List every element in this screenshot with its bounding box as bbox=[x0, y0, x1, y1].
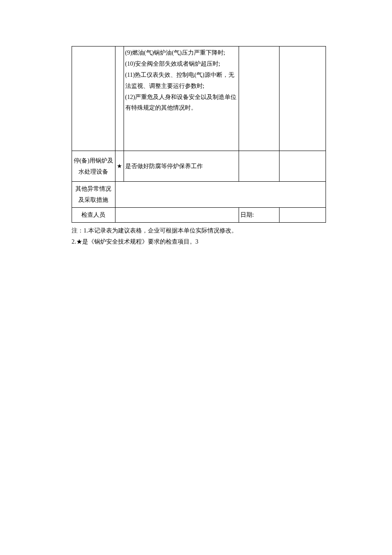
row4-inspector-label: 检查人员 bbox=[72, 207, 115, 222]
row2-col4 bbox=[239, 151, 280, 182]
row4-date-blank bbox=[279, 207, 326, 222]
row4-inspector-blank bbox=[115, 207, 239, 222]
row1-col5 bbox=[279, 46, 326, 151]
table-row: 停(备)用锅炉及水处理设备 ★ 是否做好防腐等停炉保养工作 bbox=[72, 151, 326, 182]
row2-col1: 停(备)用锅炉及水处理设备 bbox=[72, 151, 115, 182]
inspection-table: (9)燃油(气)锅炉油(气)压力严重下降时; (10)安全阀全部失效或者锅炉超压… bbox=[72, 46, 326, 223]
row2-col3: 是否做好防腐等停炉保养工作 bbox=[124, 151, 239, 182]
document-page: (9)燃油(气)锅炉油(气)压力严重下降时; (10)安全阀全部失效或者锅炉超压… bbox=[0, 0, 392, 248]
row1-col4 bbox=[239, 46, 280, 151]
row3-rest bbox=[115, 182, 326, 208]
table-row: 检查人员 日期: bbox=[72, 207, 326, 222]
row1-col2 bbox=[115, 46, 124, 151]
table-row: 其他异常情况及采取措施 bbox=[72, 182, 326, 208]
footer-notes: 注：1.本记录表为建议表格，企业可根据本单位实际情况修改。 2.★是《锅炉安全技… bbox=[72, 225, 326, 248]
table-row: (9)燃油(气)锅炉油(气)压力严重下降时; (10)安全阀全部失效或者锅炉超压… bbox=[72, 46, 326, 151]
row4-date-label: 日期: bbox=[239, 207, 280, 222]
row3-col1: 其他异常情况及采取措施 bbox=[72, 182, 115, 208]
row2-col2-star: ★ bbox=[115, 151, 124, 182]
row2-col5 bbox=[279, 151, 326, 182]
row1-col1 bbox=[72, 46, 115, 151]
note-line-1: 注：1.本记录表为建议表格，企业可根据本单位实际情况修改。 bbox=[72, 225, 326, 237]
row1-col3-content: (9)燃油(气)锅炉油(气)压力严重下降时; (10)安全阀全部失效或者锅炉超压… bbox=[124, 46, 239, 151]
note-line-2: 2.★是《锅炉安全技术规程》要求的检查项目。3 bbox=[72, 236, 326, 248]
